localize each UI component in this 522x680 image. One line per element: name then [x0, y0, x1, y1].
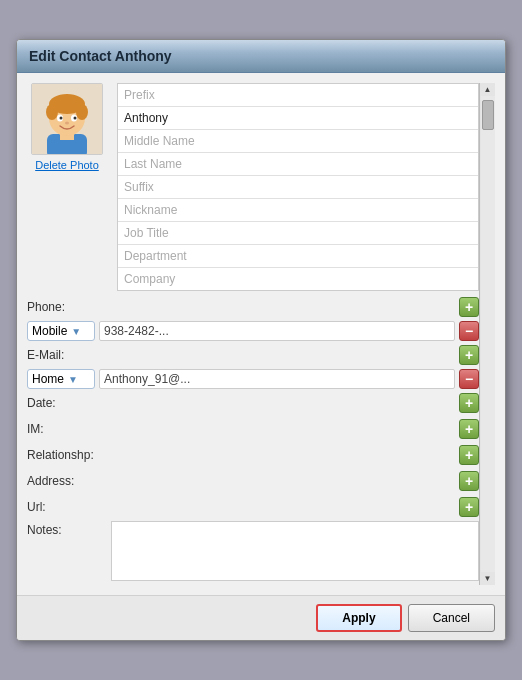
first-name-field[interactable] [118, 107, 478, 130]
email-type-select[interactable]: Home ▼ [27, 369, 95, 389]
date-row: Date: + [27, 391, 479, 415]
dialog-title: Edit Contact Anthony [29, 48, 172, 64]
svg-point-9 [60, 117, 63, 120]
notes-label: Notes: [27, 521, 107, 537]
phone-add-button[interactable]: + [459, 297, 479, 317]
phone-entry-row: Mobile ▼ − [27, 321, 479, 341]
phone-label: Phone: [27, 300, 107, 314]
email-label-row: E-Mail: + [27, 343, 479, 367]
dialog-footer: Apply Cancel [17, 595, 505, 640]
im-label: IM: [27, 422, 107, 436]
im-add-button[interactable]: + [459, 419, 479, 439]
email-type-label: Home [32, 372, 64, 386]
email-value-field[interactable] [99, 369, 455, 389]
url-add-button[interactable]: + [459, 497, 479, 517]
top-section: Delete Photo [27, 83, 479, 291]
email-entry-row: Home ▼ − [27, 369, 479, 389]
phone-type-select[interactable]: Mobile ▼ [27, 321, 95, 341]
url-row: Url: + [27, 495, 479, 519]
phone-remove-button[interactable]: − [459, 321, 479, 341]
relationship-label: Relationshp: [27, 448, 107, 462]
dialog-title-bar: Edit Contact Anthony [17, 40, 505, 73]
address-row: Address: + [27, 469, 479, 493]
apply-button[interactable]: Apply [316, 604, 401, 632]
phone-value-field[interactable] [99, 321, 455, 341]
department-field[interactable] [118, 245, 478, 268]
email-remove-button[interactable]: − [459, 369, 479, 389]
scroll-up-arrow[interactable]: ▲ [484, 85, 492, 94]
suffix-field[interactable] [118, 176, 478, 199]
email-type-arrow: ▼ [68, 374, 78, 385]
lower-section: Phone: + Mobile ▼ − E-Mail: + [27, 295, 479, 585]
im-row: IM: + [27, 417, 479, 441]
scroll-track [481, 96, 495, 572]
date-label: Date: [27, 396, 107, 410]
phone-type-arrow: ▼ [71, 326, 81, 337]
company-field[interactable] [118, 268, 478, 290]
notes-area: Notes: [27, 521, 479, 581]
cancel-button[interactable]: Cancel [408, 604, 495, 632]
svg-point-6 [76, 104, 88, 120]
address-label: Address: [27, 474, 107, 488]
edit-contact-dialog: Edit Contact Anthony [16, 39, 506, 641]
avatar [31, 83, 103, 155]
scroll-thumb[interactable] [482, 100, 494, 130]
nickname-field[interactable] [118, 199, 478, 222]
photo-section: Delete Photo [27, 83, 107, 171]
scroll-down-arrow[interactable]: ▼ [484, 574, 492, 583]
notes-textarea[interactable] [111, 521, 479, 581]
job-title-field[interactable] [118, 222, 478, 245]
phone-type-label: Mobile [32, 324, 67, 338]
relationship-add-button[interactable]: + [459, 445, 479, 465]
name-fields-section [117, 83, 479, 291]
email-add-button[interactable]: + [459, 345, 479, 365]
url-label: Url: [27, 500, 107, 514]
main-body: Delete Photo [27, 83, 495, 585]
svg-point-5 [46, 104, 58, 120]
middle-name-field[interactable] [118, 130, 478, 153]
left-panel: Delete Photo [27, 83, 479, 585]
relationship-row: Relationshp: + [27, 443, 479, 467]
vertical-scrollbar[interactable]: ▲ ▼ [479, 83, 495, 585]
phone-label-row: Phone: + [27, 295, 479, 319]
svg-point-10 [74, 117, 77, 120]
email-label: E-Mail: [27, 348, 107, 362]
svg-point-11 [65, 122, 69, 125]
dialog-content: Delete Photo [17, 73, 505, 595]
last-name-field[interactable] [118, 153, 478, 176]
date-add-button[interactable]: + [459, 393, 479, 413]
address-add-button[interactable]: + [459, 471, 479, 491]
delete-photo-link[interactable]: Delete Photo [35, 159, 99, 171]
prefix-field[interactable] [118, 84, 478, 107]
